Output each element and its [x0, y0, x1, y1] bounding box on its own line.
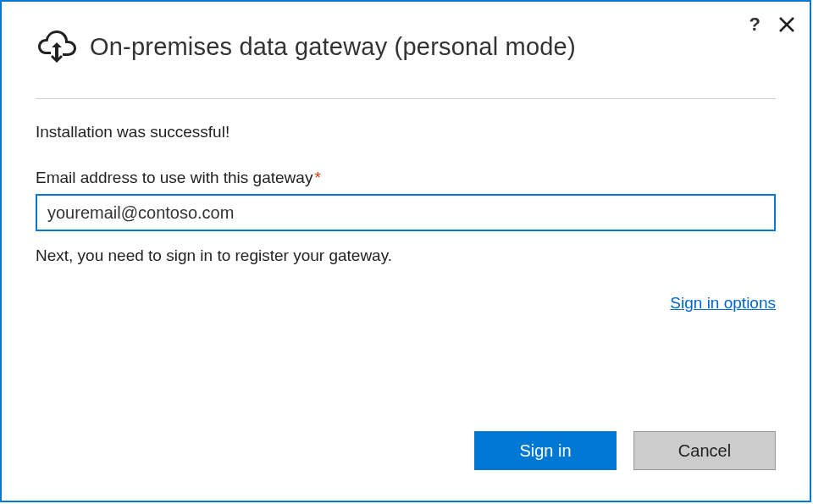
email-field[interactable]: [36, 194, 776, 231]
dialog-header: On-premises data gateway (personal mode): [2, 2, 810, 98]
dialog-title: On-premises data gateway (personal mode): [90, 33, 576, 61]
email-label-text: Email address to use with this gateway: [36, 169, 312, 186]
sign-in-options-link[interactable]: Sign in options: [670, 294, 776, 312]
success-message: Installation was successful!: [36, 123, 776, 141]
close-icon[interactable]: [779, 17, 794, 32]
required-indicator: *: [314, 169, 320, 186]
help-icon[interactable]: ?: [749, 14, 760, 36]
next-step-text: Next, you need to sign in to register yo…: [36, 246, 776, 265]
sign-in-options-row: Sign in options: [36, 294, 776, 313]
sign-in-button[interactable]: Sign in: [474, 431, 617, 470]
gateway-dialog: ? On-premises data gateway (personal mod…: [0, 0, 811, 502]
cancel-button[interactable]: Cancel: [633, 431, 776, 470]
email-label: Email address to use with this gateway*: [36, 169, 776, 187]
window-controls: ?: [749, 14, 794, 36]
cloud-upload-icon: [36, 27, 78, 66]
dialog-footer: Sign in Cancel: [474, 431, 776, 470]
dialog-content: Installation was successful! Email addre…: [2, 99, 810, 313]
